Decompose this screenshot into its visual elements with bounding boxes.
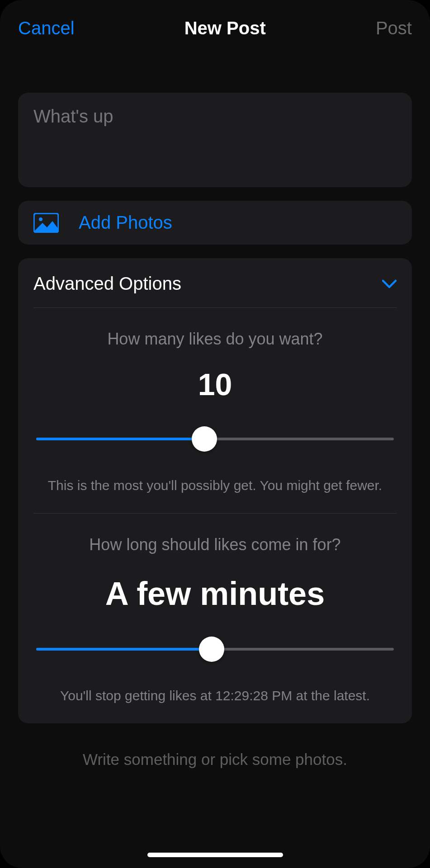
page-title: New Post xyxy=(184,18,266,38)
advanced-options-title: Advanced Options xyxy=(33,274,181,294)
add-photos-button[interactable]: Add Photos xyxy=(18,201,412,245)
duration-question: How long should likes come in for? xyxy=(33,535,397,554)
duration-slider[interactable] xyxy=(36,637,394,662)
duration-slider-fill xyxy=(36,648,212,651)
cancel-button[interactable]: Cancel xyxy=(18,18,75,38)
likes-hint: This is the most you'll possibly get. Yo… xyxy=(33,476,397,495)
duration-section: How long should likes come in for? A few… xyxy=(33,513,397,705)
likes-question: How many likes do you want? xyxy=(33,330,397,349)
content: Add Photos Advanced Options How many lik… xyxy=(0,52,430,769)
navbar: Cancel New Post Post xyxy=(0,0,430,52)
footer-hint: Write something or pick some photos. xyxy=(18,750,412,769)
photo-icon xyxy=(33,213,59,233)
likes-slider-thumb[interactable] xyxy=(192,426,217,452)
svg-point-1 xyxy=(39,217,43,221)
duration-hint: You'll stop getting likes at 12:29:28 PM… xyxy=(33,686,397,705)
home-indicator[interactable] xyxy=(147,853,283,857)
duration-value: A few minutes xyxy=(33,575,397,612)
advanced-options-card: Advanced Options How many likes do you w… xyxy=(18,258,412,723)
add-photos-label: Add Photos xyxy=(79,212,172,233)
likes-value: 10 xyxy=(33,367,397,402)
composer-card xyxy=(18,93,412,187)
post-button[interactable]: Post xyxy=(376,18,412,38)
likes-section: How many likes do you want? 10 This is t… xyxy=(33,308,397,495)
likes-slider-fill xyxy=(36,438,204,440)
likes-slider[interactable] xyxy=(36,426,394,452)
advanced-options-toggle[interactable]: Advanced Options xyxy=(33,258,397,308)
post-text-input[interactable] xyxy=(18,93,412,185)
duration-slider-thumb[interactable] xyxy=(199,637,224,662)
chevron-down-icon xyxy=(382,279,397,288)
new-post-screen: Cancel New Post Post Add Photos Advanced… xyxy=(0,0,430,868)
